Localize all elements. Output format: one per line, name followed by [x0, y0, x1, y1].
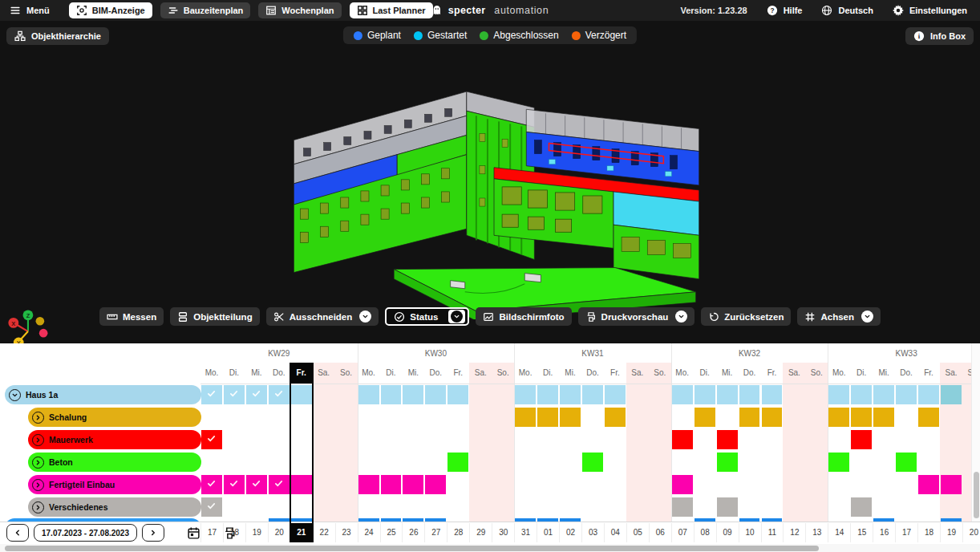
date-range-display[interactable]: 17.07.2023 - 27.08.2023: [34, 524, 137, 542]
task-row-pill-mauerwerk[interactable]: Mauerwerk: [28, 430, 201, 449]
gantt-cell[interactable]: [828, 385, 849, 404]
horizontal-scrollbar-thumb[interactable]: [5, 546, 819, 551]
task-row-pill-verschiedenes[interactable]: Verschiedenes: [28, 497, 201, 517]
dropdown-toggle[interactable]: [448, 310, 465, 323]
task-row-pill-fertigteil-einbau[interactable]: Fertigteil Einbau: [28, 475, 201, 494]
chevron-down-icon[interactable]: [675, 310, 687, 323]
gantt-cell[interactable]: [224, 385, 245, 404]
gantt-cell[interactable]: [582, 385, 603, 404]
info-box-button[interactable]: i Info Box: [905, 27, 974, 45]
bim-viewer[interactable]: Objekthierarchie GeplantGestartetAbgesch…: [0, 21, 980, 343]
menu-button[interactable]: Menü: [10, 5, 50, 16]
messen-button[interactable]: Messen: [99, 307, 164, 326]
gantt-cell[interactable]: [918, 408, 939, 427]
gantt-cell[interactable]: [896, 453, 917, 472]
gantt-cell[interactable]: [515, 408, 536, 427]
gantt-cell[interactable]: [672, 497, 693, 517]
gantt-cell[interactable]: [201, 497, 222, 517]
tab-wochenplan[interactable]: Wochenplan: [258, 2, 341, 18]
gantt-cell[interactable]: [560, 408, 581, 427]
gantt-cell[interactable]: [851, 408, 872, 427]
gantt-cell[interactable]: [851, 430, 872, 449]
vertical-scrollbar-thumb[interactable]: [974, 472, 979, 518]
gantt-cell[interactable]: [739, 385, 760, 404]
language-button[interactable]: Deutsch: [821, 5, 873, 16]
help-button[interactable]: ? Hilfe: [767, 5, 803, 16]
chevron-right-icon[interactable]: [32, 501, 44, 513]
object-hierarchy-button[interactable]: Objekthierarchie: [6, 27, 109, 45]
ausschneiden-button[interactable]: Ausschneiden: [266, 307, 379, 326]
gantt-cell[interactable]: [201, 385, 222, 404]
chevron-down-icon[interactable]: [9, 389, 21, 401]
chevron-right-icon[interactable]: [32, 434, 44, 446]
gantt-cell[interactable]: [381, 475, 402, 494]
gantt-cell[interactable]: [941, 385, 962, 404]
gantt-cell[interactable]: [224, 475, 245, 494]
gantt-cell[interactable]: [918, 475, 939, 494]
chevron-down-icon[interactable]: [861, 310, 873, 323]
task-row-pill-schalung[interactable]: Schalung: [28, 408, 201, 427]
gantt-cell[interactable]: [358, 385, 379, 404]
prev-period-button[interactable]: [6, 524, 29, 542]
gantt-cell[interactable]: [828, 453, 849, 472]
task-row-pill-beton[interactable]: Beton: [28, 453, 201, 472]
gantt-cell[interactable]: [828, 408, 849, 427]
gantt-cell[interactable]: [695, 385, 715, 404]
gantt-cell[interactable]: [447, 385, 468, 404]
bildschirmfoto-button[interactable]: Bildschirmfoto: [476, 307, 571, 326]
gantt-cell[interactable]: [537, 385, 558, 404]
gantt-cell[interactable]: [695, 408, 715, 427]
gantt-cell[interactable]: [918, 385, 939, 404]
gantt-cell[interactable]: [762, 408, 783, 427]
chevron-down-icon[interactable]: [359, 310, 371, 323]
objektteilung-button[interactable]: Objektteilung: [170, 307, 259, 326]
gantt-cell[interactable]: [717, 453, 738, 472]
gantt-cell[interactable]: [291, 385, 312, 404]
gantt-cell[interactable]: [672, 385, 693, 404]
gantt-cell[interactable]: [269, 385, 290, 404]
status-button[interactable]: Status: [385, 307, 469, 326]
next-period-button[interactable]: [142, 524, 164, 542]
gantt-cell[interactable]: [425, 475, 446, 494]
axis-ball-neg-x[interactable]: [39, 329, 48, 338]
gantt-cell[interactable]: [873, 385, 894, 404]
gantt-cell[interactable]: [941, 475, 962, 494]
axis-ball-neg-y[interactable]: [36, 317, 45, 326]
gantt-cell[interactable]: [582, 453, 603, 472]
druckvorschau-button[interactable]: Druckvorschau: [578, 307, 695, 326]
gantt-cell[interactable]: [851, 385, 872, 404]
achsen-button[interactable]: Achsen: [797, 307, 881, 326]
tab-last-planner[interactable]: Last Planner: [350, 2, 433, 18]
gantt-cell[interactable]: [403, 475, 423, 494]
gantt-cell[interactable]: [358, 475, 379, 494]
gantt-cell[interactable]: [672, 430, 693, 449]
chevron-right-icon[interactable]: [32, 412, 44, 424]
task-row-pill-haus-1a[interactable]: Haus 1a: [5, 385, 201, 404]
gantt-cell[interactable]: [201, 430, 222, 449]
gantt-cell[interactable]: [717, 430, 738, 449]
axis-ball-z[interactable]: Z: [23, 310, 34, 320]
gantt-cell[interactable]: [672, 475, 693, 494]
chevron-right-icon[interactable]: [32, 479, 44, 491]
gantt-cell[interactable]: [291, 475, 312, 494]
gantt-cell[interactable]: [739, 408, 760, 427]
gantt-cell[interactable]: [560, 385, 581, 404]
gantt-cell[interactable]: [425, 385, 446, 404]
gantt-cell[interactable]: [605, 408, 626, 427]
gantt-cell[interactable]: [246, 475, 267, 494]
gantt-cell[interactable]: [717, 497, 738, 517]
gantt-cell[interactable]: [515, 385, 536, 404]
gantt-cell[interactable]: [896, 385, 917, 404]
chevron-right-icon[interactable]: [32, 457, 44, 469]
settings-button[interactable]: Einstellungen: [893, 5, 967, 16]
gantt-cell[interactable]: [851, 497, 872, 517]
building-model-canvas[interactable]: [282, 77, 703, 319]
gantt-cell[interactable]: [269, 475, 290, 494]
gantt-cell[interactable]: [201, 475, 222, 494]
gantt-cell[interactable]: [762, 385, 783, 404]
axis-ball-x[interactable]: X: [8, 318, 18, 328]
gantt-cell[interactable]: [537, 408, 558, 427]
gantt-cell[interactable]: [605, 385, 626, 404]
zurucksetzen-button[interactable]: Zurücksetzen: [701, 307, 791, 326]
gantt-cell[interactable]: [403, 385, 423, 404]
